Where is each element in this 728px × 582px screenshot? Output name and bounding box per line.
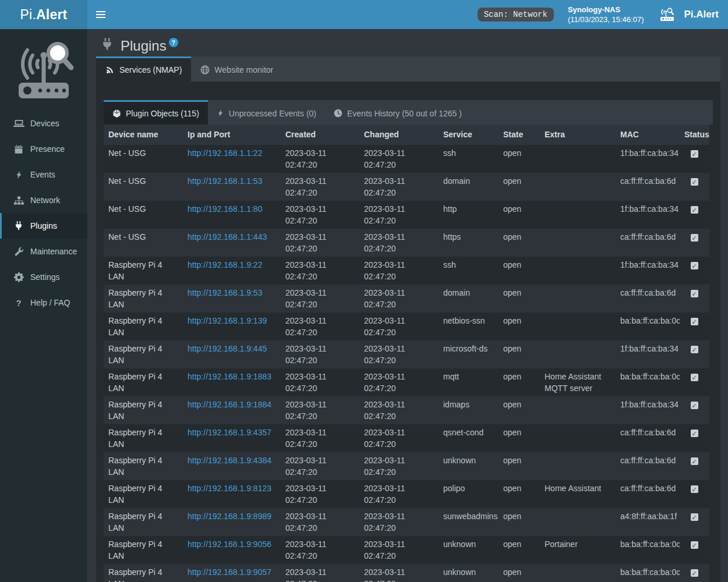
help-badge[interactable]: ? — [169, 38, 178, 47]
cell-state: open — [499, 313, 540, 340]
cell-device: Raspberry Pi 4 LAN — [104, 313, 183, 340]
cell-device: Raspberry Pi 4 LAN — [104, 536, 183, 564]
cell-status — [680, 424, 709, 452]
cell-service: https — [439, 229, 499, 257]
port-link[interactable]: http://192.168.1.9:9057 — [188, 567, 271, 577]
status-checkbox[interactable] — [691, 206, 698, 214]
sidebar-toggle-icon[interactable] — [87, 0, 114, 29]
status-checkbox[interactable] — [691, 318, 698, 325]
sidebar-item-network[interactable]: Network — [0, 187, 87, 213]
sidebar-menu: Devices Presence Events Network Plugins — [0, 111, 87, 315]
port-link[interactable]: http://192.168.1.1:22 — [188, 148, 262, 158]
subtab-plugin-objects[interactable]: Plugin Objects (115) — [104, 100, 208, 125]
column-header[interactable]: Service — [439, 125, 499, 145]
tab-services-nmap[interactable]: Services (NMAP) — [96, 56, 191, 81]
cell-service: idmaps — [439, 396, 499, 424]
status-checkbox[interactable] — [691, 569, 698, 577]
table-row: Net - USGhttp://192.168.1.1:532023-03-11… — [104, 173, 709, 201]
column-header[interactable]: Ip and Port — [183, 125, 281, 145]
cell-device: Raspberry Pi 4 LAN — [104, 508, 183, 536]
status-checkbox[interactable] — [691, 402, 698, 409]
port-link[interactable]: http://192.168.1.9:1883 — [188, 372, 271, 381]
table-row: Raspberry Pi 4 LANhttp://192.168.1.9:435… — [104, 424, 709, 452]
bolt-icon — [13, 170, 24, 180]
sidebar-item-settings[interactable]: Settings — [0, 264, 87, 290]
cell-status — [680, 536, 709, 564]
port-link[interactable]: http://192.168.1.9:8989 — [188, 512, 271, 521]
cell-mac: ca:ff:ff:ca:ba:6d — [616, 480, 680, 508]
port-link[interactable]: http://192.168.1.9:53 — [188, 288, 262, 297]
plugin-subtabbar: Plugin Objects (115) Unprocessed Events … — [104, 100, 713, 125]
subtab-unprocessed-events[interactable]: Unprocessed Events (0) — [208, 100, 325, 125]
cell-state: open — [499, 536, 540, 564]
subtab-label: Unprocessed Events (0) — [229, 109, 316, 118]
table-row: Raspberry Pi 4 LANhttp://192.168.1.9:139… — [104, 313, 709, 340]
cell-service: mqtt — [439, 368, 499, 396]
column-header[interactable]: Created — [281, 125, 359, 145]
app-logo[interactable]: Pi.Alert — [0, 0, 87, 29]
cell-url: http://192.168.1.1:80 — [183, 201, 281, 229]
status-checkbox[interactable] — [691, 485, 698, 493]
port-link[interactable]: http://192.168.1.1:443 — [188, 232, 267, 242]
port-link[interactable]: http://192.168.1.9:445 — [188, 344, 267, 353]
status-checkbox[interactable] — [691, 346, 698, 353]
status-checkbox[interactable] — [691, 234, 698, 242]
port-link[interactable]: http://192.168.1.1:53 — [188, 176, 262, 186]
port-link[interactable]: http://192.168.1.9:4384 — [188, 456, 271, 465]
cell-device: Net - USG — [104, 201, 183, 229]
cell-service: unknown — [439, 564, 499, 582]
port-link[interactable]: http://192.168.1.1:80 — [188, 204, 262, 214]
sidebar-item-events[interactable]: Events — [0, 162, 87, 187]
sidebar-item-plugins[interactable]: Plugins — [0, 213, 87, 239]
tab-website-monitor[interactable]: Website monitor — [191, 56, 282, 81]
cell-service: microsoft-ds — [439, 340, 499, 368]
port-link[interactable]: http://192.168.1.9:4357 — [188, 428, 271, 437]
column-header[interactable]: Status — [680, 125, 709, 145]
port-link[interactable]: http://192.168.1.9:9056 — [188, 540, 271, 549]
cell-state: open — [499, 564, 540, 582]
table-row: Raspberry Pi 4 LANhttp://192.168.1.9:905… — [104, 536, 709, 564]
cell-url: http://192.168.1.9:8123 — [183, 480, 281, 508]
subtab-events-history[interactable]: Events History (50 out of 1265 ) — [325, 100, 471, 125]
column-header[interactable]: State — [499, 125, 540, 145]
cell-service: ssh — [439, 257, 499, 285]
column-header[interactable]: Extra — [540, 125, 616, 145]
cell-mac: ba:ba:ff:ca:ba:0c — [616, 368, 680, 396]
status-checkbox[interactable] — [691, 374, 698, 381]
status-checkbox[interactable] — [691, 150, 698, 158]
column-header[interactable]: Device name — [104, 125, 183, 145]
port-link[interactable]: http://192.168.1.9:1884 — [188, 400, 271, 409]
cell-url: http://192.168.1.9:22 — [183, 257, 281, 285]
sidebar-item-maintenance[interactable]: Maintenance — [0, 239, 87, 264]
status-checkbox[interactable] — [691, 541, 698, 549]
cell-changed: 2023-03-11 02:47:20 — [359, 285, 439, 313]
status-checkbox[interactable] — [691, 262, 698, 269]
cell-url: http://192.168.1.9:4357 — [183, 424, 281, 452]
status-checkbox[interactable] — [691, 513, 698, 521]
sidebar-item-help[interactable]: ? Help / FAQ — [0, 290, 87, 315]
sidebar-item-presence[interactable]: Presence — [0, 136, 87, 162]
status-checkbox[interactable] — [691, 430, 698, 437]
cell-status — [680, 452, 709, 480]
sidebar-item-devices[interactable]: Devices — [0, 111, 87, 136]
port-link[interactable]: http://192.168.1.9:22 — [188, 260, 262, 269]
port-link[interactable]: http://192.168.1.9:8123 — [188, 484, 271, 493]
status-checkbox[interactable] — [691, 290, 698, 297]
clock-icon — [334, 109, 342, 118]
cell-device: Raspberry Pi 4 LAN — [104, 564, 183, 582]
port-link[interactable]: http://192.168.1.9:139 — [188, 316, 267, 325]
plugin-panel: Plugin Objects (115) Unprocessed Events … — [96, 81, 720, 582]
cell-extra — [540, 340, 616, 368]
sidebar-item-label: Maintenance — [30, 247, 77, 256]
cell-changed: 2023-03-11 02:47:20 — [359, 145, 439, 173]
cell-state: open — [499, 508, 540, 536]
table-row: Net - USGhttp://192.168.1.1:802023-03-11… — [104, 201, 709, 229]
column-header[interactable]: Changed — [359, 125, 439, 145]
status-checkbox[interactable] — [691, 178, 698, 186]
cell-status — [680, 508, 709, 536]
status-checkbox[interactable] — [691, 457, 698, 465]
plugin-tabbar: Services (NMAP) Website monitor — [96, 56, 720, 81]
cell-service: polipo — [439, 480, 499, 508]
column-header[interactable]: MAC — [616, 125, 680, 145]
cell-device: Net - USG — [104, 173, 183, 201]
